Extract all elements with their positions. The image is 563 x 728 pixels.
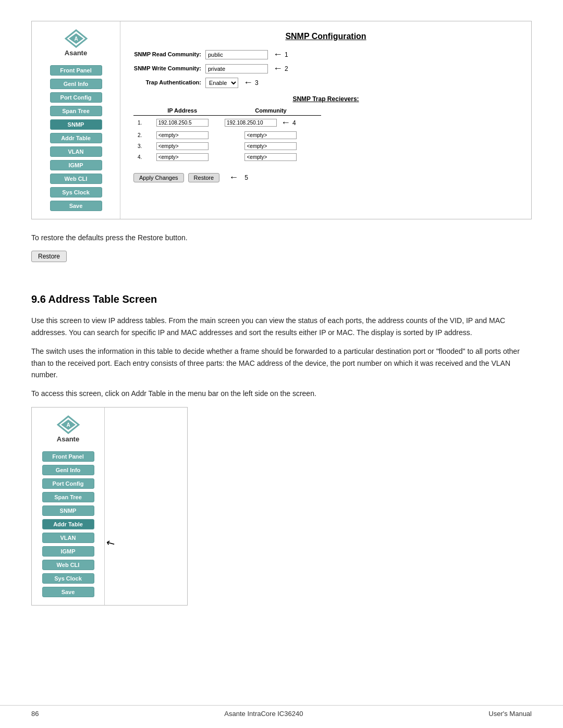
nav-igmp-1[interactable]: IGMP [50,160,102,170]
apply-changes-button[interactable]: Apply Changes [133,173,184,182]
logo-area-2: A Asante [57,415,80,443]
sidebar-2: A Asante Front Panel Genl Info Port Conf… [32,408,105,605]
address-table-para1: Use this screen to view IP address table… [31,315,532,338]
arrow-4: ← [281,117,290,128]
table-row: 3. [133,141,321,152]
col-community-header: Community [221,106,321,116]
form-buttons-row: Apply Changes Restore ← 5 [133,172,518,183]
read-community-input[interactable] [205,50,268,59]
nav2-front-panel[interactable]: Front Panel [42,451,94,462]
arrow-5: ← [229,172,238,183]
arrow-3: ← [243,77,253,88]
footer-right: User's Manual [488,710,532,718]
svg-text:A: A [74,36,78,42]
read-community-label: SNMP Read Community: [133,51,201,58]
row-2-community [221,130,321,141]
arrow-2: ← [273,63,283,74]
restore-button-panel[interactable]: Restore [188,173,220,182]
nav2-addr-table[interactable]: Addr Table [42,519,94,529]
trap-community-input-2[interactable] [244,131,297,139]
trap-auth-label: Trap Authentication: [133,79,201,86]
footer-center: Asante IntraCore IC36240 [224,710,303,718]
write-community-label: SNMP Write Community: [133,65,201,72]
snmp-config-title: SNMP Configuration [133,32,518,41]
nav2-port-config[interactable]: Port Config [42,478,94,489]
snmp-main-panel: SNMP Configuration SNMP Read Community: … [120,21,531,219]
trap-community-input-1[interactable] [225,119,277,127]
write-community-row: SNMP Write Community: ← 2 [133,63,518,74]
nav2-snmp[interactable]: SNMP [42,505,94,516]
row-num-4: 4. [133,152,144,163]
row-num-1: 1. [133,116,144,130]
brand-name-2: Asante [57,435,79,443]
annotation-1: 1 [285,51,288,58]
nav-addr-table-1[interactable]: Addr Table [50,133,102,143]
row-4-community [221,152,321,163]
nav-span-tree-1[interactable]: Span Tree [50,106,102,116]
trap-ip-input-2[interactable] [156,131,209,139]
asante-logo-icon-2: A [57,415,80,434]
annotation-2: 2 [285,65,288,72]
row-num-2: 2. [133,130,144,141]
trap-ip-input-3[interactable] [156,142,209,150]
row-1-community: ← 4 [221,116,321,130]
row-2-ip [144,130,221,141]
trap-receivers-table: IP Address Community 1. ← [133,106,321,163]
row-num-3: 3. [133,141,144,152]
trap-ip-input-1[interactable] [156,119,209,127]
trap-community-input-4[interactable] [244,153,297,161]
row-1-ip [144,116,221,130]
nav-sys-clock-1[interactable]: Sys Clock [50,187,102,198]
svg-text:A: A [66,422,70,428]
page-footer: 86 Asante IntraCore IC36240 User's Manua… [0,705,563,718]
nav2-web-cli[interactable]: Web CLI [42,560,94,570]
sidebar-1: A Asante Front Panel Genl Info Port Conf… [32,21,120,219]
read-community-row: SNMP Read Community: ← 1 [133,49,518,60]
nav-vlan-1[interactable]: VLAN [50,146,102,157]
row-3-ip [144,141,221,152]
nav-web-cli-1[interactable]: Web CLI [50,174,102,184]
restore-standalone-container: Restore [31,251,532,278]
brand-name-1: Asante [65,49,87,57]
nav-save-1[interactable]: Save [50,201,102,211]
trap-ip-input-4[interactable] [156,153,209,161]
nav-genl-info-1[interactable]: Genl Info [50,79,102,89]
row-3-community [221,141,321,152]
trap-receivers-title: SNMP Trap Recievers: [133,95,518,103]
annotation-3: 3 [255,79,259,87]
nav2-span-tree[interactable]: Span Tree [42,492,94,502]
restore-standalone-button[interactable]: Restore [31,251,67,262]
address-table-heading: 9.6 Address Table Screen [31,293,532,305]
table-row: 2. [133,130,321,141]
annotation-5: 5 [244,174,248,181]
logo-area-1: A Asante [65,29,88,57]
nav-snmp-1[interactable]: SNMP [50,119,102,130]
annotation-4: 4 [292,119,296,127]
nav2-sys-clock[interactable]: Sys Clock [42,573,94,584]
asante-logo-icon: A [65,29,88,48]
table-row: 4. [133,152,321,163]
write-community-input[interactable] [205,64,268,73]
nav2-genl-info[interactable]: Genl Info [42,465,94,475]
trap-auth-select[interactable]: Enable Disable [205,78,238,88]
nav2-vlan[interactable]: VLAN [42,533,94,543]
nav2-save[interactable]: Save [42,587,94,597]
table-row: 1. ← 4 [133,116,321,130]
nav2-igmp[interactable]: IGMP [42,546,94,557]
col-ip-header: IP Address [144,106,221,116]
footer-page-number: 86 [31,710,39,718]
row-4-ip [144,152,221,163]
address-table-access-text: To access this screen, click on Addr Tab… [31,388,532,399]
addr-table-arrow: ↖ [103,535,117,550]
address-table-para2: The switch uses the information in this … [31,346,532,380]
nav-front-panel-1[interactable]: Front Panel [50,65,102,76]
arrow-1: ← [273,49,283,60]
trap-community-input-3[interactable] [244,142,297,150]
trap-auth-row: Trap Authentication: Enable Disable ← 3 [133,77,518,88]
restore-description: To restore the defaults press the Restor… [31,232,532,243]
nav-port-config-1[interactable]: Port Config [50,92,102,103]
